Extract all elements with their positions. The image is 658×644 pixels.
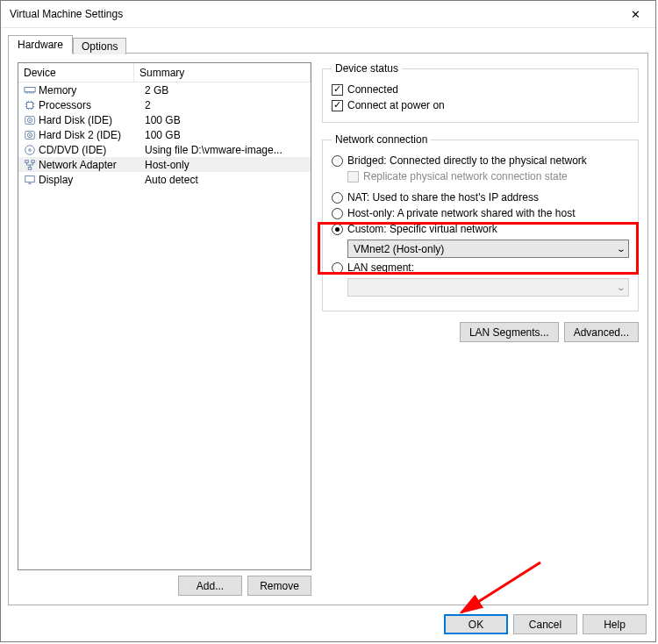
tab-options[interactable]: Options (73, 38, 126, 54)
add-device-button[interactable]: Add... (178, 576, 242, 596)
svg-rect-31 (25, 175, 35, 182)
connected-label: Connected (347, 83, 398, 96)
host-only-radio[interactable] (332, 208, 343, 219)
device-table: Device Summary Memory 2 GB (18, 62, 311, 570)
bridged-radio[interactable] (332, 155, 343, 167)
network-connection-legend: Network connection (332, 133, 431, 146)
svg-rect-7 (27, 102, 33, 108)
device-name: Hard Disk 2 (IDE) (39, 129, 121, 141)
tab-strip: Hardware Options (8, 33, 648, 53)
connect-at-power-on-checkbox[interactable] (332, 100, 343, 111)
bridged-label: Bridged: Connected directly to the physi… (347, 154, 587, 167)
chevron-down-icon: ⌄ (616, 283, 626, 292)
advanced-button[interactable]: Advanced... (564, 322, 639, 342)
table-row[interactable]: Network Adapter Host-only (18, 157, 311, 172)
nat-radio[interactable] (332, 192, 343, 204)
lan-segment-radio[interactable] (332, 262, 343, 274)
device-summary: Host-only (141, 159, 309, 171)
device-name: Display (39, 174, 73, 186)
column-header-device[interactable]: Device (18, 63, 134, 82)
network-icon (24, 159, 36, 171)
disk-icon (24, 114, 36, 126)
device-summary: Using file D:\vmware-image... (141, 144, 309, 156)
window-title: Virtual Machine Settings (10, 8, 123, 20)
table-row[interactable]: Display Auto detect (18, 172, 311, 187)
cpu-icon (24, 99, 36, 111)
lan-segments-button[interactable]: LAN Segments... (460, 322, 559, 342)
remove-device-button[interactable]: Remove (247, 576, 311, 596)
device-status-legend: Device status (332, 62, 402, 75)
device-status-group: Device status Connected Connect at power… (322, 62, 639, 123)
titlebar: Virtual Machine Settings ✕ (1, 1, 655, 28)
ok-button[interactable]: OK (444, 614, 508, 634)
device-name: Network Adapter (39, 159, 117, 171)
custom-radio[interactable] (332, 224, 343, 235)
close-button[interactable]: ✕ (616, 2, 655, 27)
svg-rect-24 (25, 160, 29, 162)
replicate-label: Replicate physical network connection st… (363, 170, 568, 182)
svg-rect-26 (28, 167, 32, 169)
table-row[interactable]: Processors 2 (18, 97, 311, 112)
disk-icon (24, 129, 36, 141)
svg-point-22 (25, 145, 35, 154)
network-connection-group: Network connection Bridged: Connected di… (322, 133, 639, 311)
svg-point-21 (29, 134, 31, 136)
device-summary: 100 GB (141, 129, 309, 141)
vm-settings-window: Virtual Machine Settings ✕ Hardware Opti… (0, 0, 656, 642)
help-button[interactable]: Help (583, 614, 647, 634)
custom-label: Custom: Specific virtual network (347, 223, 497, 235)
svg-point-18 (29, 119, 31, 121)
custom-network-value: VMnet2 (Host-only) (354, 243, 444, 255)
column-header-summary[interactable]: Summary (134, 63, 311, 82)
device-summary: Auto detect (141, 174, 309, 186)
chevron-down-icon: ⌄ (616, 244, 626, 254)
nat-label: NAT: Used to share the host's IP address (347, 191, 539, 204)
device-name: CD/DVD (IDE) (39, 144, 106, 156)
lan-segment-label: LAN segment: (347, 261, 414, 274)
tab-hardware[interactable]: Hardware (8, 35, 73, 54)
memory-icon (24, 84, 36, 97)
device-name: Memory (39, 84, 76, 97)
table-row[interactable]: Memory 2 GB (18, 82, 311, 97)
cd-icon (24, 144, 36, 156)
device-summary: 100 GB (141, 114, 309, 126)
device-summary: 2 (141, 99, 309, 111)
table-row[interactable]: CD/DVD (IDE) Using file D:\vmware-image.… (18, 142, 311, 157)
svg-rect-25 (32, 160, 35, 162)
tab-panel-hardware: Device Summary Memory 2 GB (8, 53, 648, 605)
device-name: Hard Disk (IDE) (39, 114, 112, 126)
svg-point-23 (29, 148, 32, 151)
device-summary: 2 GB (141, 84, 309, 97)
svg-rect-0 (25, 87, 35, 91)
table-row[interactable]: Hard Disk (IDE) 100 GB (18, 112, 311, 127)
table-row[interactable]: Hard Disk 2 (IDE) 100 GB (18, 127, 311, 142)
custom-network-combo[interactable]: VMnet2 (Host-only) ⌄ (347, 240, 629, 258)
display-icon (24, 174, 36, 186)
connect-at-power-on-label: Connect at power on (347, 99, 445, 111)
lan-segment-combo: ⌄ (347, 278, 629, 297)
cancel-button[interactable]: Cancel (513, 614, 577, 634)
connected-checkbox[interactable] (332, 84, 343, 96)
device-name: Processors (39, 99, 91, 111)
replicate-checkbox (347, 171, 359, 182)
dialog-footer: OK Cancel Help (444, 614, 647, 634)
host-only-label: Host-only: A private network shared with… (347, 207, 575, 219)
